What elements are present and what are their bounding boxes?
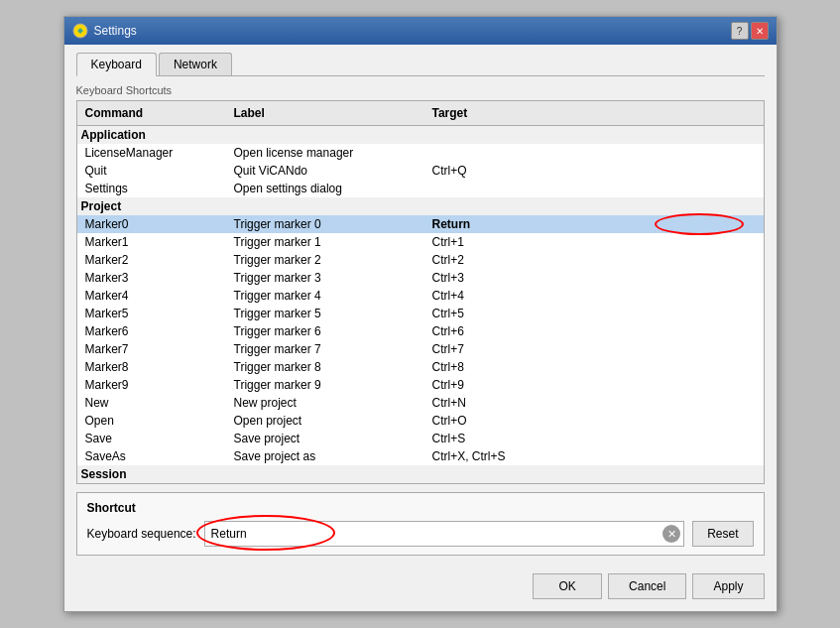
cell-target: Ctrl+N <box>428 395 760 411</box>
table-row[interactable]: LicenseManagerOpen license manager <box>77 144 764 162</box>
cell-label: Save project as <box>230 448 428 464</box>
dialog-footer: OK Cancel Apply <box>76 565 765 599</box>
shortcut-row: Keyboard sequence: ✕ Reset <box>87 521 754 547</box>
cell-target: Ctrl+1 <box>428 234 760 250</box>
cell-command: Marker5 <box>81 306 230 321</box>
table-header: Command Label Target <box>77 101 764 126</box>
cell-label: Trigger marker 2 <box>230 252 428 268</box>
table-row[interactable]: QuitQuit ViCANdoCtrl+Q <box>77 162 764 180</box>
cell-command: Marker0 <box>81 216 230 232</box>
cell-command: SaveAs <box>81 448 230 464</box>
shortcut-title: Shortcut <box>87 501 754 515</box>
cell-target: Ctrl+4 <box>428 288 760 304</box>
table-row[interactable]: Marker3Trigger marker 3Ctrl+3 <box>77 269 764 287</box>
cell-command: Marker3 <box>81 270 230 286</box>
group-header-session: Session <box>77 465 764 483</box>
cell-command: Open <box>81 413 230 429</box>
dialog-title: Settings <box>94 24 137 38</box>
cell-command: Marker8 <box>81 359 230 375</box>
cell-label: Open license manager <box>230 145 428 161</box>
table-row[interactable]: Marker9Trigger marker 9Ctrl+9 <box>77 376 764 394</box>
keyboard-shortcuts-label: Keyboard Shortcuts <box>76 84 765 96</box>
cell-target: Ctrl+5 <box>428 306 760 321</box>
shortcuts-table: Command Label Target ApplicationLicenseM… <box>76 100 765 484</box>
dialog-icon <box>72 23 88 39</box>
cell-target: Ctrl+8 <box>428 359 760 375</box>
table-row[interactable]: Marker2Trigger marker 2Ctrl+2 <box>77 251 764 269</box>
table-row[interactable]: SaveSave projectCtrl+S <box>77 430 764 447</box>
table-row[interactable]: OpenOpen projectCtrl+O <box>77 412 764 430</box>
table-row[interactable]: Marker1Trigger marker 1Ctrl+1 <box>77 233 764 251</box>
ok-button[interactable]: OK <box>533 573 602 599</box>
table-row[interactable]: Marker8Trigger marker 8Ctrl+8 <box>77 358 764 376</box>
cell-label: Trigger marker 7 <box>230 341 428 357</box>
table-body[interactable]: ApplicationLicenseManagerOpen license ma… <box>77 126 764 483</box>
cell-command: New <box>81 395 230 411</box>
title-bar: Settings ? ✕ <box>64 17 777 45</box>
cell-target: Return <box>428 216 760 232</box>
table-row[interactable]: Marker4Trigger marker 4Ctrl+4 <box>77 287 764 305</box>
keyboard-sequence-input[interactable] <box>204 521 685 547</box>
cell-command: Save <box>81 431 230 446</box>
dialog-body: Keyboard Network Keyboard Shortcuts Comm… <box>64 45 777 611</box>
col-label: Label <box>230 104 428 122</box>
cell-label: Trigger marker 1 <box>230 234 428 250</box>
cell-label: Trigger marker 4 <box>230 288 428 304</box>
cell-label: Trigger marker 9 <box>230 377 428 393</box>
cell-target: Ctrl+O <box>428 413 760 429</box>
cell-label: Open settings dialog <box>230 181 428 196</box>
cell-target <box>428 181 760 196</box>
cell-command: Marker9 <box>81 377 230 393</box>
cell-command: Marker7 <box>81 341 230 357</box>
table-row[interactable]: SettingsOpen settings dialog <box>77 180 764 197</box>
cell-label: Save project <box>230 431 428 446</box>
group-header-application: Application <box>77 126 764 144</box>
cancel-button[interactable]: Cancel <box>608 573 686 599</box>
apply-button[interactable]: Apply <box>692 573 764 599</box>
cell-label: Trigger marker 6 <box>230 323 428 339</box>
cell-label: New project <box>230 395 428 411</box>
table-row[interactable]: Marker7Trigger marker 7Ctrl+7 <box>77 340 764 358</box>
cell-command: Marker6 <box>81 323 230 339</box>
close-button[interactable]: ✕ <box>751 22 769 40</box>
cell-target: Ctrl+9 <box>428 377 760 393</box>
table-row[interactable]: NewNew projectCtrl+N <box>77 394 764 412</box>
help-button[interactable]: ? <box>731 22 749 40</box>
cell-label: Trigger marker 3 <box>230 270 428 286</box>
cell-label: Quit ViCANdo <box>230 163 428 179</box>
cell-target <box>428 145 760 161</box>
cell-target: Ctrl+2 <box>428 252 760 268</box>
settings-dialog: Settings ? ✕ Keyboard Network Keyboard S… <box>63 16 778 612</box>
table-row[interactable]: Marker0Trigger marker 0Return <box>77 215 764 233</box>
col-command: Command <box>81 104 230 122</box>
cell-target: Ctrl+3 <box>428 270 760 286</box>
tabs: Keyboard Network <box>76 53 765 76</box>
cell-label: Trigger marker 5 <box>230 306 428 321</box>
cell-label: Trigger marker 0 <box>230 216 428 232</box>
cell-command: Quit <box>81 163 230 179</box>
group-header-project: Project <box>77 197 764 215</box>
tab-keyboard[interactable]: Keyboard <box>76 53 157 76</box>
cell-target: Ctrl+6 <box>428 323 760 339</box>
cell-target: Ctrl+S <box>428 431 760 446</box>
cell-command: Marker4 <box>81 288 230 304</box>
keyboard-sequence-label: Keyboard sequence: <box>87 527 196 541</box>
table-row[interactable]: Marker5Trigger marker 5Ctrl+5 <box>77 305 764 322</box>
cell-command: Marker2 <box>81 252 230 268</box>
table-row[interactable]: SaveAsSave project asCtrl+X, Ctrl+S <box>77 447 764 465</box>
shortcut-input-wrapper: ✕ <box>204 521 685 547</box>
col-target: Target <box>428 104 760 122</box>
shortcut-section: Shortcut Keyboard sequence: ✕ Reset <box>76 492 765 556</box>
table-row[interactable]: Marker6Trigger marker 6Ctrl+6 <box>77 322 764 340</box>
cell-label: Open project <box>230 413 428 429</box>
tab-network[interactable]: Network <box>159 53 232 75</box>
cell-target: Ctrl+7 <box>428 341 760 357</box>
cell-command: LicenseManager <box>81 145 230 161</box>
cell-label: Trigger marker 8 <box>230 359 428 375</box>
cell-target: Ctrl+X, Ctrl+S <box>428 448 760 464</box>
reset-button[interactable]: Reset <box>692 521 753 547</box>
cell-target: Ctrl+Q <box>428 163 760 179</box>
cell-command: Settings <box>81 181 230 196</box>
cell-command: Marker1 <box>81 234 230 250</box>
